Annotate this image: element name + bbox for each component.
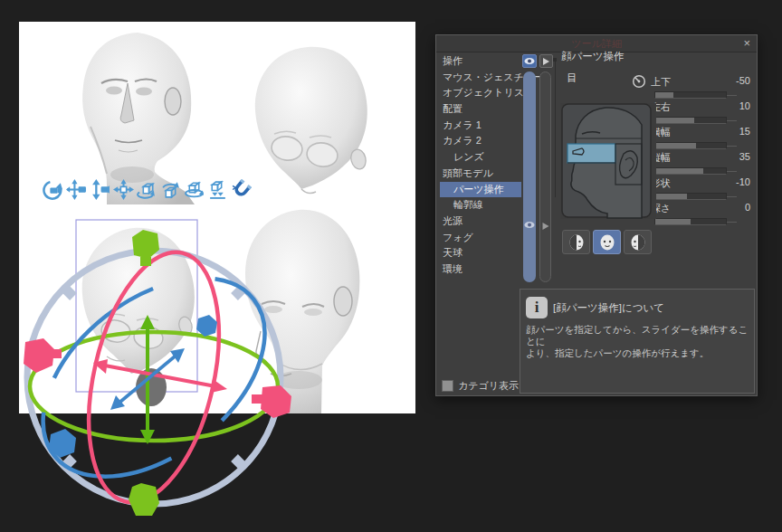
slider-tail-line: [727, 222, 737, 223]
play-column-strip: [539, 71, 551, 282]
category-item-camera1[interactable]: カメラ 1: [440, 118, 521, 134]
object-rotate-plane-icon[interactable]: [184, 179, 205, 200]
info-box: i [顔パーツ操作]について 顔パーツを指定してから、スライダーを操作することに…: [520, 289, 755, 394]
info-body-line1: 顔パーツを指定してから、スライダーを操作することに: [526, 324, 748, 347]
slider-value[interactable]: 15: [690, 126, 750, 137]
slider-track[interactable]: [654, 167, 727, 175]
category-display-label: カテゴリ表示: [458, 380, 519, 392]
face-whole-icon: [598, 233, 616, 252]
face-whole-button[interactable]: [593, 230, 621, 254]
category-item-outline[interactable]: 輪郭線: [440, 197, 521, 214]
category-item-environment[interactable]: 環境: [440, 261, 521, 278]
category-item-mouse-gesture[interactable]: マウス・ジェスチャー: [440, 70, 521, 86]
slider-track[interactable]: [654, 117, 727, 124]
category-item-head-model[interactable]: 頭部モデル: [440, 166, 521, 182]
object-rotate-y-icon[interactable]: [137, 179, 157, 200]
object-move-icon[interactable]: [113, 179, 134, 200]
category-item-haichi[interactable]: 配置: [440, 101, 521, 118]
face-left-half-button[interactable]: [562, 230, 590, 254]
category-display-checkbox[interactable]: [442, 380, 453, 392]
slider-tail-line: [727, 171, 737, 172]
section-header: 顔パーツ操作: [561, 50, 625, 63]
camera-dolly-icon[interactable]: [90, 179, 110, 200]
eye-column-strip: [523, 71, 536, 282]
info-icon: i: [526, 297, 548, 318]
canvas-artwork: [0, 0, 434, 532]
face-right-half-button[interactable]: [624, 230, 652, 254]
info-body: 顔パーツを指定してから、スライダーを操作することに より、指定したパーツの操作が…: [526, 324, 749, 359]
viewport-3d[interactable]: [0, 0, 434, 532]
eye-icon[interactable]: [524, 221, 535, 229]
eye-icon: [524, 57, 535, 65]
slider-tail-line: [727, 146, 737, 147]
eye-region-highlight[interactable]: [567, 144, 615, 163]
slider-value[interactable]: -50: [690, 75, 750, 86]
tree-connector-line: [555, 60, 556, 197]
slider-value[interactable]: -10: [690, 176, 750, 187]
category-item-sousa[interactable]: 操作: [440, 53, 521, 70]
slider-value[interactable]: 0: [690, 202, 750, 213]
object-launcher-toolbar: [43, 179, 252, 200]
info-title: [顔パーツ操作]について: [553, 301, 664, 315]
slider-value[interactable]: 10: [690, 100, 750, 111]
part-label: 目: [567, 71, 577, 85]
slider-track[interactable]: [654, 193, 727, 200]
category-item-light-source[interactable]: 光源: [440, 214, 521, 230]
category-item-parts-operation[interactable]: パーツ操作: [440, 182, 521, 198]
play-icon[interactable]: [542, 223, 548, 230]
gizmo-handle-green-bottom[interactable]: [129, 483, 159, 516]
magnet-icon[interactable]: [231, 179, 252, 200]
object-rotate-camera-icon[interactable]: [160, 179, 181, 200]
dial-icon[interactable]: [632, 74, 646, 89]
category-item-fog[interactable]: フォグ: [440, 230, 521, 246]
category-item-lens[interactable]: レンズ: [440, 149, 521, 166]
slider-tail-line: [727, 120, 737, 121]
app-root: { "window": { "title": "ツール詳細", "close_g…: [0, 0, 782, 532]
face-left-half-icon: [567, 233, 586, 252]
close-icon[interactable]: ×: [743, 36, 750, 51]
category-item-camera2[interactable]: カメラ 2: [440, 133, 521, 149]
camera-rotate-icon[interactable]: [43, 179, 63, 200]
slider-tail-line: [727, 196, 737, 197]
slider-value[interactable]: 35: [690, 151, 750, 162]
category-item-sky-sphere[interactable]: 天球: [440, 245, 521, 261]
tree-connector-dot: [553, 58, 557, 62]
slider-track[interactable]: [654, 142, 727, 149]
info-body-line2: より、指定したパーツの操作が行えます。: [526, 347, 709, 358]
category-item-object-list[interactable]: オブジェクトリスト: [440, 85, 521, 101]
slider-track[interactable]: [654, 218, 727, 225]
tool-detail-panel: ツール詳細 × 操作 マウス・ジェスチャー オブジェクトリスト 配置 カメラ 1…: [435, 34, 758, 396]
panel-title: ツール詳細: [436, 37, 757, 51]
slider-track[interactable]: [654, 91, 727, 99]
eye-toggle-button[interactable]: [522, 54, 537, 68]
category-list: 操作 マウス・ジェスチャー オブジェクトリスト 配置 カメラ 1 カメラ 2 レ…: [440, 53, 521, 278]
face-right-half-icon: [629, 233, 647, 252]
camera-pan-icon[interactable]: [66, 179, 87, 200]
face-part-diagram[interactable]: [560, 103, 656, 219]
object-snap-ground-icon[interactable]: [207, 179, 228, 200]
slider-tail-line: [727, 95, 737, 96]
play-toggle-button[interactable]: [539, 54, 553, 68]
play-icon: [543, 58, 549, 65]
